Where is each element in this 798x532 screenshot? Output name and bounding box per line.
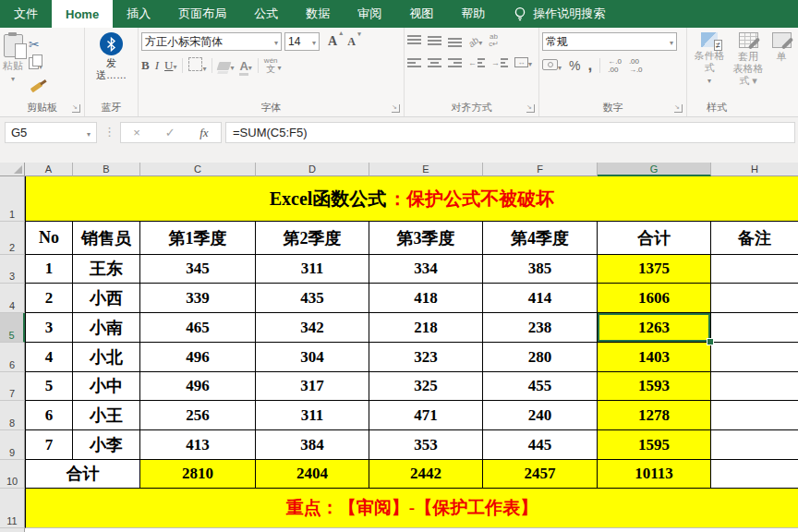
cell[interactable]: 第3季度 — [369, 222, 483, 255]
cell[interactable]: 10113 — [598, 460, 711, 489]
cell[interactable]: 4 — [25, 343, 73, 372]
align-right-button[interactable] — [448, 56, 462, 68]
row-header-7[interactable]: 7 — [0, 372, 25, 401]
format-painter-button[interactable] — [29, 77, 42, 93]
cell[interactable]: 345 — [140, 255, 256, 284]
cell[interactable]: 435 — [256, 284, 369, 313]
column-header-d[interactable]: D — [256, 163, 369, 176]
cell[interactable]: 2 — [25, 284, 73, 313]
font-dialog-launcher[interactable] — [392, 104, 400, 113]
column-header-c[interactable]: C — [140, 163, 256, 176]
cell[interactable]: 323 — [369, 343, 483, 372]
cell[interactable]: 238 — [483, 313, 598, 343]
cell[interactable]: 2404 — [256, 460, 369, 489]
cell[interactable] — [711, 372, 798, 401]
copy-button[interactable] — [29, 56, 42, 73]
cell[interactable]: 256 — [140, 401, 256, 430]
cell[interactable]: 小王 — [73, 401, 140, 430]
grow-font-button[interactable]: A — [328, 34, 337, 49]
cell[interactable]: 311 — [256, 255, 369, 284]
cell[interactable]: 2810 — [140, 460, 256, 489]
cell[interactable]: 销售员 — [73, 222, 140, 255]
cell[interactable]: 1403 — [598, 343, 711, 372]
cell[interactable]: 240 — [483, 401, 598, 430]
cell[interactable]: 小北 — [73, 343, 140, 372]
alignment-dialog-launcher[interactable] — [526, 104, 535, 113]
tab-home[interactable]: Home — [52, 0, 113, 28]
row-header-4[interactable]: 4 — [0, 284, 25, 313]
column-header-f[interactable]: F — [483, 163, 598, 176]
cell[interactable] — [711, 430, 798, 460]
cell[interactable]: 342 — [256, 313, 369, 343]
cell[interactable]: 455 — [483, 372, 598, 401]
cell[interactable]: 280 — [483, 343, 598, 372]
column-header-h[interactable]: H — [711, 163, 798, 176]
cell[interactable]: 496 — [140, 372, 256, 401]
row-header-2[interactable]: 2 — [0, 222, 25, 255]
align-top-button[interactable] — [407, 35, 421, 47]
underline-button[interactable]: U — [164, 58, 176, 73]
cell[interactable]: 384 — [256, 430, 369, 460]
cell[interactable] — [711, 460, 798, 489]
number-dialog-launcher[interactable] — [674, 104, 683, 113]
cell[interactable]: 第2季度 — [256, 222, 369, 255]
total-label-cell[interactable]: 合计 — [25, 460, 140, 489]
align-center-button[interactable] — [428, 56, 441, 68]
tab-insert[interactable]: 插入 — [113, 0, 164, 28]
cell[interactable]: 合计 — [598, 222, 711, 255]
bold-button[interactable]: B — [141, 58, 150, 73]
align-middle-button[interactable] — [428, 35, 441, 47]
cell[interactable]: 1278 — [598, 401, 711, 430]
cell-styles-button[interactable]: 单 — [768, 32, 795, 63]
cell[interactable]: 471 — [369, 401, 483, 430]
increase-indent-button[interactable]: → — [491, 56, 508, 68]
cell[interactable]: 418 — [369, 284, 483, 313]
row-header-9[interactable]: 9 — [0, 430, 25, 460]
formula-input[interactable]: =SUM(C5:F5) — [225, 122, 795, 143]
cell[interactable]: 334 — [369, 255, 483, 284]
cell[interactable]: 小南 — [73, 313, 140, 343]
cell[interactable]: 1606 — [598, 284, 711, 313]
font-name-select[interactable]: 方正小标宋简体 — [141, 32, 282, 51]
fill-color-button[interactable] — [218, 59, 234, 73]
cell[interactable]: 304 — [256, 343, 369, 372]
cell[interactable]: No — [25, 222, 73, 255]
cell[interactable]: 5 — [25, 372, 73, 401]
column-header-e[interactable]: E — [369, 163, 483, 176]
cell[interactable]: 王东 — [73, 255, 140, 284]
column-header-b[interactable]: B — [73, 163, 140, 176]
selected-cell[interactable]: 1263 — [598, 313, 711, 343]
cell[interactable] — [711, 313, 798, 343]
merge-center-button[interactable]: ↔ — [514, 55, 532, 69]
paste-button[interactable]: 粘贴 — [3, 32, 23, 93]
cell[interactable]: 7 — [25, 430, 73, 460]
cell[interactable]: 6 — [25, 401, 73, 430]
cell[interactable]: 218 — [369, 313, 483, 343]
cell[interactable]: 第4季度 — [483, 222, 598, 255]
align-left-button[interactable] — [407, 56, 421, 68]
row-header-8[interactable]: 8 — [0, 401, 25, 430]
cell[interactable]: 496 — [140, 343, 256, 372]
tab-page-layout[interactable]: 页面布局 — [164, 0, 240, 28]
cell[interactable]: 339 — [140, 284, 256, 313]
borders-button[interactable] — [188, 57, 206, 74]
cut-button[interactable] — [29, 36, 42, 53]
cell[interactable]: 小西 — [73, 284, 140, 313]
cell[interactable] — [711, 401, 798, 430]
cell[interactable]: 385 — [483, 255, 598, 284]
cell[interactable]: 1375 — [598, 255, 711, 284]
tab-view[interactable]: 视图 — [395, 0, 447, 28]
shrink-font-button[interactable]: A — [347, 35, 356, 49]
row-header-12[interactable] — [0, 528, 25, 532]
cell[interactable]: 1593 — [598, 372, 711, 401]
cell[interactable]: 小中 — [73, 372, 140, 401]
cell[interactable]: 465 — [140, 313, 256, 343]
tab-data[interactable]: 数据 — [292, 0, 344, 28]
cell[interactable]: 3 — [25, 313, 73, 343]
cell[interactable] — [711, 255, 798, 284]
cell[interactable]: 1595 — [598, 430, 711, 460]
tab-review[interactable]: 审阅 — [344, 0, 395, 28]
cell[interactable]: 311 — [256, 401, 369, 430]
cell[interactable] — [711, 343, 798, 372]
tab-help[interactable]: 帮助 — [447, 0, 499, 28]
